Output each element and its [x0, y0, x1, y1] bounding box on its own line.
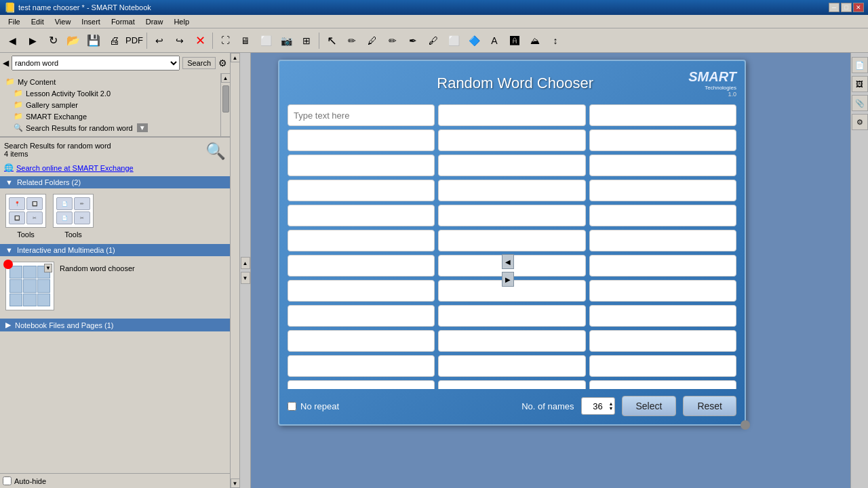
rwc-input-8-3[interactable] — [589, 280, 736, 302]
search-dropdown[interactable]: random word — [12, 56, 180, 70]
page-nav-prev[interactable]: ◀ — [502, 254, 514, 269]
interactive-section-header[interactable]: ▼ Interactive and Multimedia (1) — [0, 244, 230, 256]
menu-help[interactable]: Help — [168, 16, 195, 27]
menu-insert[interactable]: Insert — [76, 16, 106, 27]
tree-lesson-toolkit[interactable]: 📁 Lesson Activity Toolkit 2.0 — [3, 87, 218, 99]
side-icon-attach[interactable]: 📎 — [852, 95, 868, 111]
rwc-input-6-2[interactable] — [438, 230, 585, 251]
num-down-arrow[interactable]: ▼ — [609, 406, 614, 411]
screen-shade-button[interactable]: ⬜ — [256, 31, 275, 50]
pdf-button[interactable]: PDF — [125, 31, 144, 50]
search-button[interactable]: Search — [182, 57, 216, 69]
related-folders-header[interactable]: ▼ Related Folders (2) — [0, 176, 230, 188]
random-word-thumbnail[interactable]: ▼ — [5, 262, 54, 310]
tool-thumb-2[interactable]: 📄 ✏ 📄 ✂ Tools — [53, 194, 94, 239]
menu-edit[interactable]: Edit — [26, 16, 50, 27]
rwc-input-9-3[interactable] — [589, 305, 736, 327]
tree-smart-exchange[interactable]: 📁 SMART Exchange — [3, 110, 218, 122]
text-button[interactable]: A — [485, 31, 504, 50]
menu-draw[interactable]: Draw — [140, 16, 169, 27]
side-icon-properties[interactable]: ⚙ — [852, 114, 868, 130]
crayon-button[interactable]: ✏ — [383, 31, 402, 50]
highlighter-button[interactable]: 🖊 — [363, 31, 382, 50]
rwc-input-1-3[interactable] — [589, 104, 736, 126]
dropdown-arrow[interactable]: ▼ — [137, 123, 148, 132]
side-icon-page[interactable]: 📄 — [852, 57, 868, 73]
table-button[interactable]: ⊞ — [297, 31, 316, 50]
side-icon-gallery[interactable]: 🖼 — [852, 76, 868, 92]
tool-thumb-1[interactable]: 📍 🔲 🔲 ✂ Tools — [5, 194, 46, 239]
move-button[interactable]: ↕ — [546, 31, 565, 50]
smart-exchange-link[interactable]: 🌐 Search online at SMART Exchange — [4, 163, 226, 172]
page-nav-next[interactable]: ▶ — [502, 272, 514, 287]
sidebar-scroll-down[interactable]: ▼ — [231, 479, 240, 488]
rwc-input-5-1[interactable] — [288, 205, 435, 226]
rwc-input-9-2[interactable] — [438, 305, 585, 327]
select-button[interactable]: Select — [622, 396, 677, 416]
fullscreen-button[interactable]: ⛶ — [216, 31, 235, 50]
rwc-input-7-1[interactable] — [288, 255, 435, 277]
save-button[interactable]: 💾 — [84, 31, 103, 50]
rwc-input-11-3[interactable] — [589, 355, 736, 377]
content-nav-up[interactable]: ▲ — [241, 257, 250, 269]
file-tree-scrollbar[interactable]: ▲ — [220, 73, 230, 136]
open-button[interactable]: 📂 — [64, 31, 83, 50]
tree-search-results[interactable]: 🔍 Search Results for random word ▼ — [3, 122, 218, 134]
rwc-input-3-3[interactable] — [589, 155, 736, 176]
rwc-input-4-2[interactable] — [438, 180, 585, 201]
num-up-arrow[interactable]: ▲ — [609, 401, 614, 406]
pencil-button[interactable]: ✒ — [403, 31, 422, 50]
rwc-input-10-2[interactable] — [438, 330, 585, 352]
tree-gallery-sampler[interactable]: 📁 Gallery sampler — [3, 99, 218, 110]
rwc-input-6-3[interactable] — [589, 230, 736, 251]
resize-handle[interactable] — [741, 420, 750, 430]
present-button[interactable]: 🖥 — [236, 31, 255, 50]
rwc-input-4-3[interactable] — [589, 180, 736, 201]
rwc-input-3-1[interactable] — [288, 155, 435, 176]
print-button[interactable]: 🖨 — [104, 31, 123, 50]
delete-button[interactable]: ✕ — [191, 31, 210, 50]
undo-button[interactable]: ↩ — [150, 31, 169, 50]
select-button[interactable]: ↖ — [322, 31, 341, 50]
rw-dropdown-btn[interactable]: ▼ — [44, 264, 52, 272]
rwc-input-4-1[interactable] — [288, 180, 435, 201]
reset-button[interactable]: Reset — [683, 396, 736, 416]
rwc-input-1-1[interactable] — [288, 104, 435, 126]
close-button[interactable]: ✕ — [853, 3, 864, 12]
rwc-input-3-2[interactable] — [438, 155, 585, 176]
rwc-input-2-1[interactable] — [288, 129, 435, 151]
rwc-input-10-3[interactable] — [589, 330, 736, 352]
maximize-button[interactable]: □ — [841, 3, 852, 12]
menu-format[interactable]: Format — [106, 16, 140, 27]
sidebar-scrollbar[interactable]: ▲ ▼ — [231, 53, 240, 488]
screen-capture-button[interactable]: 📷 — [277, 31, 296, 50]
rwc-input-9-1[interactable] — [288, 305, 435, 327]
fill-button[interactable]: 🅰 — [505, 31, 524, 50]
back-button[interactable]: ◀ — [3, 31, 22, 50]
rwc-input-8-1[interactable] — [288, 280, 435, 302]
rwc-input-1-2[interactable] — [438, 104, 585, 126]
menu-file[interactable]: File — [3, 16, 26, 27]
magic-pen-button[interactable]: 🖋 — [424, 31, 443, 50]
rwc-input-5-3[interactable] — [589, 205, 736, 226]
sidebar-scroll-up[interactable]: ▲ — [231, 53, 240, 62]
rwc-input-5-2[interactable] — [438, 205, 585, 226]
shape-button[interactable]: 🔷 — [465, 31, 484, 50]
notebook-section-header[interactable]: ▶ Notebook Files and Pages (1) — [0, 319, 230, 331]
no-repeat-checkbox[interactable] — [288, 402, 296, 411]
rwc-input-12-1[interactable] — [288, 380, 435, 389]
redo-button[interactable]: ↪ — [170, 31, 189, 50]
rwc-input-11-1[interactable] — [288, 355, 435, 377]
auto-hide-checkbox[interactable] — [3, 476, 12, 485]
eraser-button[interactable]: ⬜ — [444, 31, 463, 50]
search-settings-icon[interactable]: ⚙ — [218, 58, 227, 68]
lines-button[interactable]: ⛰ — [526, 31, 545, 50]
rwc-input-6-1[interactable] — [288, 230, 435, 251]
minimize-button[interactable]: ─ — [829, 3, 840, 12]
menu-view[interactable]: View — [50, 16, 77, 27]
scroll-up-arrow[interactable]: ▲ — [221, 73, 231, 83]
rwc-input-11-2[interactable] — [438, 355, 585, 377]
pen-button[interactable]: ✏ — [342, 31, 361, 50]
content-nav-down[interactable]: ▼ — [241, 272, 250, 284]
forward-button[interactable]: ▶ — [23, 31, 42, 50]
